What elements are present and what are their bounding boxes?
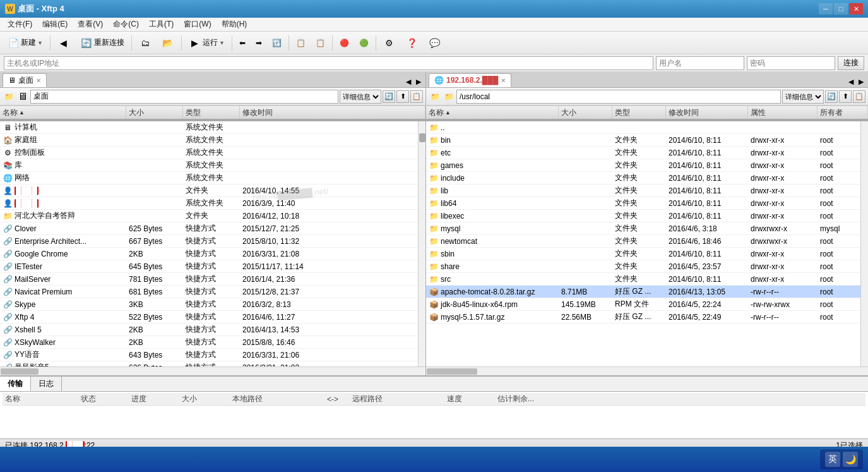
menu-command[interactable]: 命令(C) (108, 18, 144, 31)
right-up-btn[interactable]: ⬆ (839, 90, 852, 103)
list-item[interactable]: 📁share文件夹2016/4/5, 23:57drwxr-xr-xroot (426, 260, 860, 273)
right-hscroll[interactable] (426, 367, 868, 375)
list-item[interactable]: 📁src文件夹2014/6/10, 8:11drwxr-xr-xroot (426, 273, 860, 286)
menu-edit[interactable]: 编辑(E) (37, 18, 73, 31)
list-item[interactable]: 📁lib64文件夹2014/6/10, 8:11drwxr-xr-xroot (426, 197, 860, 210)
btn7[interactable]: 🔴 (335, 37, 354, 49)
right-col-attr[interactable]: 属性 (748, 106, 817, 119)
right-col-size[interactable]: 大小 (559, 106, 612, 119)
list-item[interactable]: 🖥计算机系统文件夹 (0, 121, 418, 134)
list-item[interactable]: 📁.. (426, 121, 860, 134)
list-item[interactable]: 🔗Enterprise Architect...667 Bytes快捷方式201… (0, 235, 418, 248)
copy-right-button[interactable]: 📋 (311, 37, 330, 49)
list-item[interactable]: 📁include文件夹2014/6/10, 8:11drwxr-xr-xroot (426, 172, 860, 185)
menu-help[interactable]: 帮助(H) (217, 18, 253, 31)
list-item[interactable]: 🔗YY语音643 Bytes快捷方式2016/3/31, 21:06 (0, 349, 418, 361)
arrow-right-button[interactable]: ➡ (251, 37, 266, 49)
left-file-list[interactable]: 🖥计算机系统文件夹 🏠家庭组系统文件夹 ⚙控制面板系统文件夹 📚库系统文件夹 🌐… (0, 121, 418, 366)
list-item[interactable]: 📦jdk-8u45-linux-x64.rpm145.19MBRPM 文件201… (426, 298, 860, 311)
right-path-input[interactable] (456, 90, 781, 104)
list-item[interactable]: 🔗Navicat Premium681 Bytes快捷方式2015/12/8, … (0, 286, 418, 298)
list-item[interactable]: 🏠家庭组系统文件夹 (0, 134, 418, 147)
right-file-list[interactable]: 📁.. 📁bin文件夹2014/6/10, 8:11drwxr-xr-xroot… (426, 121, 860, 366)
left-scrollbar[interactable] (418, 121, 425, 366)
menu-file[interactable]: 文件(F) (3, 18, 37, 31)
right-tab-close[interactable]: ✕ (501, 77, 506, 84)
left-tab-close[interactable]: ✕ (36, 77, 41, 84)
btn8[interactable]: 🟢 (355, 37, 373, 49)
remote-folder-button[interactable]: 📂 (157, 35, 179, 51)
left-refresh-btn[interactable]: 🔄 (383, 90, 395, 103)
list-item[interactable]: ⚙控制面板系统文件夹 (0, 147, 418, 159)
left-view-btn[interactable]: 📋 (410, 90, 423, 103)
left-hscroll[interactable] (0, 367, 426, 375)
chat-button[interactable]: 💬 (424, 35, 446, 51)
password-input[interactable] (747, 56, 835, 70)
left-col-type[interactable]: 类型 (183, 106, 240, 119)
new-button[interactable]: 📄 新建 ▼ (3, 35, 47, 51)
left-nav-next[interactable]: ▶ (414, 76, 423, 87)
list-item[interactable]: 👤████系统文件夹2016/3/9, 11:40 (0, 197, 418, 210)
list-item[interactable]: 🔗IETester645 Bytes快捷方式2015/11/17, 11:14 (0, 260, 418, 273)
back-button[interactable]: ◀ (53, 35, 74, 51)
run-button[interactable]: ▶ 运行 ▼ (184, 35, 229, 51)
connect-button[interactable]: 连接 (838, 56, 864, 70)
list-item[interactable]: 🔗Clover625 Bytes快捷方式2015/12/7, 21:25 (0, 222, 418, 235)
left-up-btn[interactable]: ⬆ (396, 90, 409, 103)
left-col-size[interactable]: 大小 (126, 106, 183, 119)
help-button[interactable]: ❓ (401, 35, 423, 51)
copy-left-button[interactable]: 📋 (292, 37, 310, 49)
menu-tools[interactable]: 工具(T) (144, 18, 179, 31)
list-item[interactable]: 📦apache-tomcat-8.0.28.tar.gz8.71MB好压 GZ … (426, 286, 860, 298)
list-item[interactable]: 📦mysql-5.1.57.tar.gz22.56MB好压 GZ ...2016… (426, 311, 860, 324)
list-item[interactable]: 📁mysql文件夹2016/4/6, 3:18drwxrwxr-xmysql (426, 222, 860, 235)
tray-icon2[interactable]: 🌙 (843, 452, 858, 467)
host-input[interactable] (4, 56, 653, 70)
maximize-button[interactable]: □ (834, 3, 848, 15)
list-item[interactable]: 📁newtomcat文件夹2016/4/6, 18:46drwxrwxr-xro… (426, 235, 860, 248)
list-item[interactable]: 🔗暴风影音5636 Bytes快捷方式2016/3/31, 21:03 (0, 361, 418, 366)
minimize-button[interactable]: ─ (819, 3, 833, 15)
right-view-btn[interactable]: 📋 (853, 90, 865, 103)
right-scrollbar[interactable] (860, 121, 868, 366)
list-item[interactable]: 👤████文件夹2016/4/10, 14:55 (0, 185, 418, 197)
refresh-button[interactable]: 🔃 (268, 37, 286, 49)
list-item[interactable]: 📚库系统文件夹 (0, 159, 418, 172)
list-item[interactable]: 📁libexec文件夹2014/6/10, 8:11drwxr-xr-xroot (426, 210, 860, 222)
log-tab[interactable]: 日志 (31, 377, 62, 391)
close-button[interactable]: ✕ (849, 3, 863, 15)
list-item[interactable]: 📁lib文件夹2014/6/10, 8:11drwxr-xr-xroot (426, 185, 860, 197)
right-nav-next[interactable]: ▶ (857, 76, 865, 87)
right-col-owner[interactable]: 所有者 (817, 106, 868, 119)
local-folder-button[interactable]: 🗂 (134, 35, 156, 51)
right-refresh-btn[interactable]: 🔄 (825, 90, 838, 103)
right-view-select[interactable]: 详细信息 (782, 90, 824, 104)
left-view-select[interactable]: 详细信息 (340, 90, 381, 104)
left-nav-prev[interactable]: ◀ (404, 76, 413, 87)
right-col-type[interactable]: 类型 (612, 106, 666, 119)
arrow-left-button[interactable]: ⬅ (235, 37, 250, 49)
list-item[interactable]: 📁games文件夹2014/6/10, 8:11drwxr-xr-xroot (426, 159, 860, 172)
settings-button[interactable]: ⚙ (379, 35, 400, 51)
right-col-name[interactable]: 名称▲ (426, 106, 559, 119)
username-input[interactable] (656, 56, 744, 70)
list-item[interactable]: 📁etc文件夹2014/6/10, 8:11drwxr-xr-xroot (426, 147, 860, 159)
menu-view[interactable]: 查看(V) (73, 18, 108, 31)
list-item[interactable]: 🔗Skype3KB快捷方式2016/3/2, 8:13 (0, 298, 418, 311)
list-item[interactable]: 🔗Xftp 4522 Bytes快捷方式2016/4/6, 11:27 (0, 311, 418, 324)
left-path-input[interactable] (30, 90, 338, 104)
left-col-date[interactable]: 修改时间 (240, 106, 425, 119)
list-item[interactable]: 📁河北大学自考答辩文件夹2016/4/12, 10:18 (0, 210, 418, 222)
list-item[interactable]: 🔗MailServer781 Bytes快捷方式2016/1/4, 21:36 (0, 273, 418, 286)
list-item[interactable]: 🔗Xshell 52KB快捷方式2016/4/13, 14:53 (0, 324, 418, 336)
right-nav-prev[interactable]: ◀ (847, 76, 855, 87)
left-tab[interactable]: 🖥 桌面 ✕ (3, 73, 47, 87)
tray-icon-lang[interactable]: 英 (825, 452, 840, 467)
list-item[interactable]: 🌐网络系统文件夹 (0, 172, 418, 185)
right-tab[interactable]: 🌐 192.168.2.███ ✕ (429, 73, 511, 87)
list-item[interactable]: 📁sbin文件夹2014/6/10, 8:11drwxr-xr-xroot (426, 248, 860, 260)
reconnect-button[interactable]: 🔄 重新连接 (76, 35, 129, 51)
menu-window[interactable]: 窗口(W) (179, 18, 216, 31)
left-col-name[interactable]: 名称▲ (0, 106, 126, 119)
transfer-tab[interactable]: 传输 (0, 377, 31, 391)
